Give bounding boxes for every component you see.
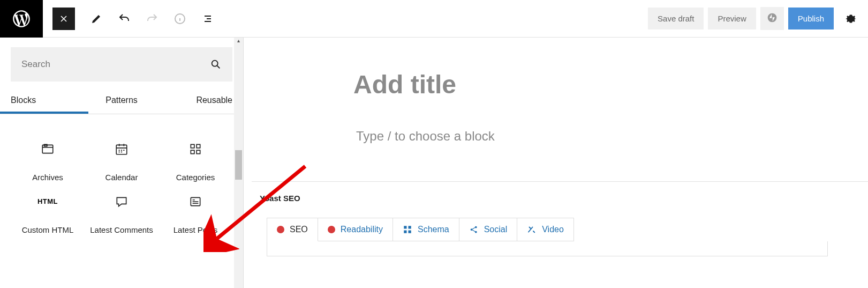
yoast-tab-label: Schema <box>418 225 449 234</box>
scroll-up-arrow[interactable]: ▴ <box>234 38 243 43</box>
search-icon <box>210 58 222 70</box>
grid-icon <box>403 225 412 234</box>
tab-reusable[interactable]: Reusable <box>155 88 243 114</box>
yoast-tab-label: Social <box>484 225 508 234</box>
block-search[interactable] <box>11 47 232 82</box>
svg-point-17 <box>475 231 477 233</box>
yoast-panel: Yoast SEO SEO Readability Schema Social <box>252 181 868 256</box>
share-icon <box>469 225 479 234</box>
yoast-panel-title: Yoast SEO <box>260 194 868 203</box>
block-label: Latest Comments <box>85 225 158 235</box>
scrollbar-thumb[interactable] <box>235 150 242 180</box>
wp-logo[interactable] <box>0 0 43 38</box>
yoast-tab-body <box>267 241 828 256</box>
block-label: Calendar <box>85 172 158 183</box>
status-dot-icon <box>328 226 335 233</box>
svg-point-1 <box>767 13 776 23</box>
edit-icon[interactable] <box>90 12 103 25</box>
block-label: Categories <box>158 172 232 183</box>
block-latest-comments[interactable]: Latest Comments <box>85 194 158 235</box>
info-icon[interactable] <box>173 12 186 25</box>
svg-point-16 <box>475 226 477 228</box>
block-label: Custom HTML <box>11 225 85 235</box>
tab-patterns[interactable]: Patterns <box>88 88 155 114</box>
comment-icon <box>115 195 129 209</box>
yoast-tab-social[interactable]: Social <box>459 218 518 241</box>
html-icon: HTML <box>37 197 58 205</box>
yoast-tab-readability[interactable]: Readability <box>318 218 393 241</box>
calendar-icon <box>115 142 129 156</box>
jetpack-button[interactable] <box>760 7 784 30</box>
block-calendar[interactable]: Calendar <box>85 141 158 183</box>
categories-icon <box>188 142 202 156</box>
svg-rect-9 <box>197 150 200 154</box>
post-body-placeholder[interactable]: Type / to choose a block <box>356 129 868 144</box>
archives-icon <box>41 142 55 156</box>
yoast-tab-schema[interactable]: Schema <box>393 218 459 241</box>
svg-rect-12 <box>408 226 411 228</box>
svg-point-15 <box>470 228 472 231</box>
topbar-right-buttons: Save draft Preview Publish <box>648 7 834 30</box>
blocks-grid: Archives Calendar Categories HTML Custom… <box>0 114 243 240</box>
editor-canvas: Add title Type / to choose a block Yoast… <box>244 38 868 288</box>
svg-rect-13 <box>404 231 406 233</box>
inserter-scrollbar[interactable]: ▴ <box>234 38 243 288</box>
settings-gear-icon[interactable] <box>840 8 862 29</box>
svg-rect-11 <box>404 226 406 228</box>
svg-rect-8 <box>191 150 194 154</box>
inserter-tabs: Blocks Patterns Reusable <box>0 88 243 114</box>
svg-rect-6 <box>191 144 194 148</box>
svg-point-2 <box>212 61 218 67</box>
yoast-tab-label: Video <box>542 225 564 234</box>
yoast-tab-label: SEO <box>290 225 308 234</box>
tab-blocks[interactable]: Blocks <box>0 88 88 114</box>
svg-rect-7 <box>197 144 200 148</box>
toolbar-tools <box>90 12 214 25</box>
preview-button[interactable]: Preview <box>708 8 756 29</box>
block-archives[interactable]: Archives <box>11 141 85 183</box>
save-draft-button[interactable]: Save draft <box>648 8 704 29</box>
outline-icon[interactable] <box>201 12 214 25</box>
block-inserter-panel: Blocks Patterns Reusable Archives Calend… <box>0 38 244 288</box>
redo-icon[interactable] <box>146 12 158 25</box>
undo-icon[interactable] <box>118 12 131 25</box>
editor-topbar: Save draft Preview Publish <box>0 0 868 38</box>
block-label: Archives <box>11 172 85 183</box>
block-latest-posts[interactable]: Latest Posts <box>158 194 232 235</box>
publish-button[interactable]: Publish <box>788 8 834 29</box>
svg-rect-14 <box>408 231 411 233</box>
status-dot-icon <box>277 226 284 233</box>
yoast-tabs: SEO Readability Schema Social Video <box>267 218 868 241</box>
svg-rect-5 <box>116 145 127 154</box>
search-input[interactable] <box>21 59 210 70</box>
close-inserter-button[interactable] <box>52 8 75 30</box>
block-label: Latest Posts <box>158 225 232 235</box>
posts-icon <box>188 195 202 209</box>
yoast-tab-seo[interactable]: SEO <box>267 218 318 241</box>
block-custom-html[interactable]: HTML Custom HTML <box>11 194 85 235</box>
yoast-tab-video[interactable]: Video <box>517 218 574 241</box>
yoast-tab-label: Readability <box>341 225 383 234</box>
post-title-input[interactable]: Add title <box>353 70 868 99</box>
video-icon <box>527 225 537 234</box>
block-categories[interactable]: Categories <box>158 141 232 183</box>
